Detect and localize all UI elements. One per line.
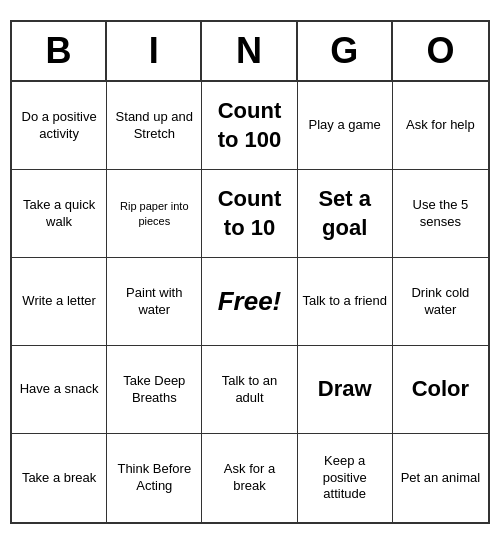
bingo-card: BINGO Do a positive activityStand up and… [10, 20, 490, 524]
bingo-header: BINGO [12, 22, 488, 82]
bingo-cell-7: Count to 10 [202, 170, 297, 258]
bingo-cell-13: Talk to a friend [298, 258, 393, 346]
bingo-cell-11: Paint with water [107, 258, 202, 346]
header-letter-O: O [393, 22, 488, 80]
bingo-cell-10: Write a letter [12, 258, 107, 346]
header-letter-B: B [12, 22, 107, 80]
bingo-cell-9: Use the 5 senses [393, 170, 488, 258]
bingo-cell-16: Take Deep Breaths [107, 346, 202, 434]
bingo-cell-14: Drink cold water [393, 258, 488, 346]
bingo-cell-18: Draw [298, 346, 393, 434]
bingo-cell-15: Have a snack [12, 346, 107, 434]
bingo-cell-5: Take a quick walk [12, 170, 107, 258]
header-letter-G: G [298, 22, 393, 80]
bingo-cell-4: Ask for help [393, 82, 488, 170]
bingo-cell-23: Keep a positive attitude [298, 434, 393, 522]
bingo-cell-3: Play a game [298, 82, 393, 170]
bingo-cell-12: Free! [202, 258, 297, 346]
bingo-cell-1: Stand up and Stretch [107, 82, 202, 170]
bingo-cell-17: Talk to an adult [202, 346, 297, 434]
header-letter-N: N [202, 22, 297, 80]
bingo-cell-20: Take a break [12, 434, 107, 522]
bingo-cell-8: Set a goal [298, 170, 393, 258]
bingo-cell-21: Think Before Acting [107, 434, 202, 522]
bingo-cell-22: Ask for a break [202, 434, 297, 522]
bingo-cell-6: Rip paper into pieces [107, 170, 202, 258]
bingo-cell-24: Pet an animal [393, 434, 488, 522]
bingo-cell-0: Do a positive activity [12, 82, 107, 170]
bingo-cell-19: Color [393, 346, 488, 434]
bingo-cell-2: Count to 100 [202, 82, 297, 170]
bingo-grid: Do a positive activityStand up and Stret… [12, 82, 488, 522]
header-letter-I: I [107, 22, 202, 80]
